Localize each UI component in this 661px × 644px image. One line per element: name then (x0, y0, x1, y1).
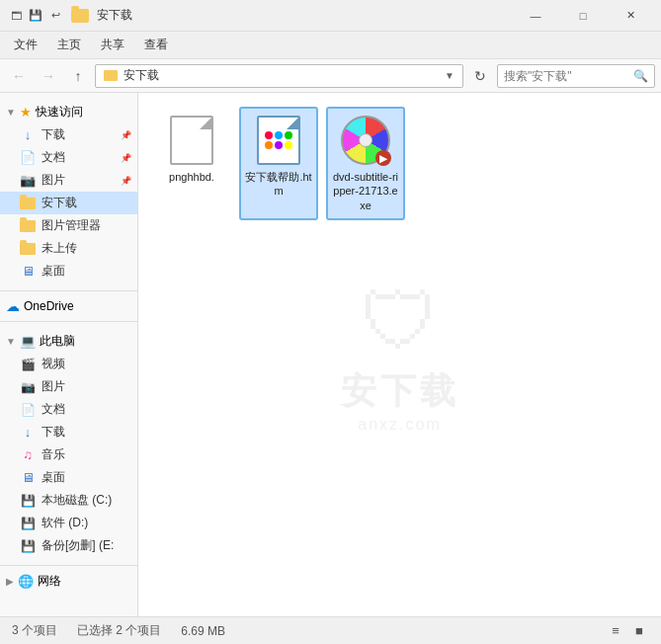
this-pc-header[interactable]: ▼ 💻 此电脑 (0, 330, 137, 353)
file-icon-htm (253, 115, 304, 166)
sidebar-item-video[interactable]: 🎬 视频 (0, 353, 137, 375)
sidebar-item-anxiazai[interactable]: 安下载 (0, 192, 137, 214)
dot-o (265, 141, 273, 149)
sidebar-item-unuploaded[interactable]: 未上传 (0, 237, 137, 260)
sidebar-item-download-label: 下载 (41, 126, 65, 143)
file-area: 🛡 安下载 anxz.com pnghhbd. (138, 93, 661, 616)
sidebar-item-drive-e[interactable]: 💾 备份[勿删] (E: (0, 534, 137, 557)
sidebar-item-pics[interactable]: 📷 图片 📌 (0, 169, 137, 192)
download-folder-icon: ↓ (20, 127, 36, 143)
sidebar-item-downloads[interactable]: ↓ 下载 (0, 421, 137, 443)
title-bar: 🗔 💾 ↩ 安下载 — □ ✕ (0, 0, 661, 32)
sidebar-item-desktop-pc[interactable]: 🖥 桌面 (0, 466, 137, 489)
quick-access-header[interactable]: ▼ ★ 快速访问 (0, 101, 137, 123)
title-bar-icons: 🗔 💾 ↩ 安下载 (8, 7, 132, 24)
file-label-htm: 安下载帮助.htm (245, 170, 312, 199)
sidebar-item-music-label: 音乐 (41, 446, 65, 463)
sidebar-item-download[interactable]: ↓ 下载 📌 (0, 123, 137, 146)
menu-home[interactable]: 主页 (47, 33, 91, 57)
unuploaded-folder-icon (20, 241, 36, 257)
view-list-button[interactable]: ≡ (606, 621, 625, 641)
network-header[interactable]: ▶ 🌐 网络 (0, 570, 137, 593)
address-path[interactable]: 安下载 ▼ (95, 64, 463, 88)
path-dropdown-arrow[interactable]: ▼ (445, 70, 454, 81)
undo-icon: ↩ (47, 8, 63, 24)
music-icon: ♫ (20, 447, 36, 463)
onedrive-icon: ☁ (6, 298, 20, 314)
view-grid-button[interactable]: ■ (629, 621, 649, 641)
sidebar-item-picmgr-label: 图片管理器 (41, 217, 101, 234)
back-button[interactable]: ← (6, 63, 32, 89)
pin-icon-docs: 📌 (121, 153, 131, 163)
menu-share[interactable]: 共享 (91, 33, 134, 57)
window-controls: — □ ✕ (513, 0, 653, 32)
menu-bar: 文件 主页 共享 查看 (0, 32, 661, 59)
maximize-button[interactable]: □ (560, 0, 606, 32)
sidebar-item-downloads-label: 下载 (41, 424, 65, 441)
quick-access-star-icon: ★ (20, 105, 32, 120)
this-pc-label: 此电脑 (40, 333, 75, 350)
sidebar-item-drive-d[interactable]: 💾 软件 (D:) (0, 512, 137, 534)
drive-c-icon: 💾 (20, 493, 36, 509)
sidebar-item-documents-label: 文档 (41, 401, 65, 418)
quick-access-label: 快速访问 (36, 104, 83, 121)
watermark-text-cn: 安下载 (341, 367, 459, 416)
address-bar: ← → ↑ 安下载 ▼ ↻ 🔍 (0, 59, 661, 93)
file-item-pnghhbd[interactable]: pnghhbd. (152, 107, 231, 220)
dot-r (265, 131, 273, 139)
sidebar-item-docs[interactable]: 📄 文档 📌 (0, 146, 137, 169)
title-text: 安下载 (97, 7, 132, 24)
watermark: 🛡 安下载 anxz.com (341, 277, 459, 434)
search-input[interactable] (504, 69, 633, 83)
sidebar-item-drive-c[interactable]: 💾 本地磁盘 (C:) (0, 489, 137, 512)
sidebar-item-desktop-qa[interactable]: 🖥 桌面 (0, 260, 137, 282)
drive-e-icon: 💾 (20, 538, 36, 554)
dvd-hole (359, 133, 372, 147)
onedrive-header[interactable]: ☁ OneDrive (0, 295, 137, 317)
pin-icon-download: 📌 (121, 130, 131, 140)
sidebar-item-unuploaded-label: 未上传 (41, 240, 77, 257)
htm-icon-dots (265, 131, 292, 149)
search-box[interactable]: 🔍 (497, 64, 655, 88)
sidebar-divider-2 (0, 321, 137, 322)
file-item-exe[interactable]: ▶ dvd-subtitle-ripper-21713.exe (326, 107, 405, 220)
menu-file[interactable]: 文件 (4, 33, 47, 57)
generic-file-icon (170, 116, 213, 165)
quick-access-section: ▼ ★ 快速访问 ↓ 下载 📌 📄 文档 📌 📷 图片 📌 (0, 97, 137, 286)
close-button[interactable]: ✕ (608, 0, 653, 32)
search-icon: 🔍 (633, 69, 648, 83)
up-button[interactable]: ↑ (65, 63, 91, 89)
sidebar-item-desktop-pc-label: 桌面 (41, 469, 65, 486)
dot-y (285, 141, 292, 149)
file-item-htm[interactable]: 安下载帮助.htm (239, 107, 318, 220)
this-pc-chevron: ▼ (6, 336, 16, 347)
sidebar: ▼ ★ 快速访问 ↓ 下载 📌 📄 文档 📌 📷 图片 📌 (0, 93, 138, 616)
file-icon-pnghhbd (166, 115, 217, 166)
quick-access-chevron: ▼ (6, 107, 16, 118)
status-count: 3 个项目 (12, 622, 57, 639)
desktop-pc-icon: 🖥 (20, 470, 36, 486)
network-label: 网络 (38, 573, 61, 590)
pictures-icon: 📷 (20, 379, 36, 395)
network-chevron: ▶ (6, 576, 14, 587)
exe-icon-wrap: ▶ (340, 115, 391, 166)
status-view-controls: ≡ ■ (606, 621, 649, 641)
sidebar-item-desktop-qa-label: 桌面 (41, 263, 65, 280)
drive-d-icon: 💾 (20, 516, 36, 531)
desktop-qa-icon: 🖥 (20, 264, 36, 280)
refresh-button[interactable]: ↻ (467, 63, 493, 89)
minimize-button[interactable]: — (513, 0, 558, 32)
pc-icon: 💻 (20, 334, 36, 349)
onedrive-label: OneDrive (24, 299, 74, 313)
sidebar-item-music[interactable]: ♫ 音乐 (0, 443, 137, 466)
network-icon: 🌐 (18, 574, 34, 589)
sidebar-item-documents[interactable]: 📄 文档 (0, 398, 137, 421)
htm-icon-bg (257, 116, 300, 165)
file-label-exe: dvd-subtitle-ripper-21713.exe (332, 170, 399, 212)
sidebar-item-picmgr[interactable]: 图片管理器 (0, 214, 137, 237)
forward-button[interactable]: → (36, 63, 61, 89)
sidebar-item-pictures[interactable]: 📷 图片 (0, 375, 137, 398)
window-icon: 🗔 (8, 8, 24, 24)
path-folder-icon (104, 70, 118, 81)
menu-view[interactable]: 查看 (134, 33, 178, 57)
